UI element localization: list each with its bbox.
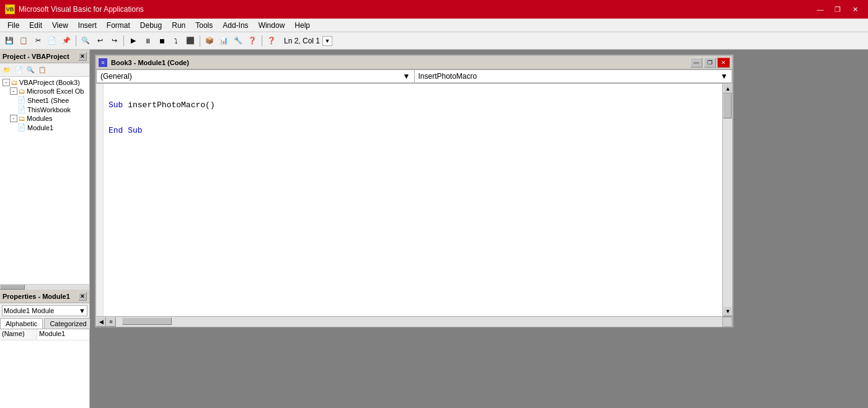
status-dropdown[interactable]: ▼: [322, 36, 332, 46]
code-title-bar: ≡ Book3 - Module1 (Code) — ❐ ✕: [96, 56, 732, 69]
code-hscroll[interactable]: [116, 317, 722, 327]
tree-label-module1: Module1: [27, 124, 53, 131]
hs-thumb[interactable]: [122, 317, 172, 325]
right-area: ≡ Book3 - Module1 (Code) — ❐ ✕ (General)…: [90, 50, 868, 408]
tb-btn11[interactable]: ⬛: [184, 34, 197, 48]
tree-label-sheet1: Sheet1 (Shee: [27, 97, 69, 104]
project-scrollbar: [0, 284, 89, 289]
title-bar: VB Microsoft Visual Basic for Applicatio…: [0, 0, 868, 19]
props-dropdown[interactable]: Module1 Module ▼: [2, 305, 87, 316]
tb-stop-btn[interactable]: ⏹: [155, 34, 169, 48]
keyword-end: End Sub: [108, 126, 143, 135]
sv-thumb[interactable]: [723, 94, 732, 118]
props-tabs: Alphabetic Categorized: [0, 318, 89, 329]
project-tb-btn2[interactable]: 📄: [13, 64, 24, 76]
tb-find-btn[interactable]: 🔍: [79, 34, 92, 48]
left-panel: Project - VBAProject ✕ 📁 📄 🔍 📋 - 🗂 VBAPr…: [0, 50, 90, 408]
menu-addins[interactable]: Add-Ins: [218, 20, 253, 31]
cf-left-btn[interactable]: ◀: [96, 317, 106, 327]
code-window-icon: ≡: [99, 58, 107, 67]
menu-insert[interactable]: Insert: [73, 20, 102, 31]
sv-down-btn[interactable]: ▼: [723, 306, 732, 316]
code-title-left: ≡ Book3 - Module1 (Code): [99, 58, 189, 67]
tb-btn12[interactable]: 📦: [203, 34, 216, 48]
tb-btn15[interactable]: ❓: [246, 34, 259, 48]
scrollbar-thumb[interactable]: [0, 285, 25, 290]
tree-item-module1[interactable]: 📄 Module1: [0, 123, 89, 132]
menu-run[interactable]: Run: [167, 20, 190, 31]
menu-file[interactable]: File: [2, 20, 24, 31]
code-window-title: Book3 - Module1 (Code): [111, 59, 189, 66]
tree-item-thisworkbook[interactable]: 📄 ThisWorkbook: [0, 105, 89, 114]
tb-sep3: [200, 35, 200, 47]
tb-help-btn[interactable]: ❓: [265, 34, 278, 48]
tb-sep1: [76, 35, 76, 47]
restore-button[interactable]: ❐: [830, 3, 846, 16]
project-tb-btn1[interactable]: 📁: [1, 64, 12, 76]
code-selectors: (General) ▼ InsertPhotoMacro ▼: [96, 69, 732, 84]
tb-sep4: [262, 35, 262, 47]
tree-item-modules[interactable]: - 🗂 Modules: [0, 114, 89, 123]
tb-copy-btn[interactable]: 📄: [45, 34, 59, 48]
tb-cut-btn[interactable]: ✂: [31, 34, 45, 48]
tree-expand-modules[interactable]: -: [10, 115, 17, 122]
code-restore-btn[interactable]: ❐: [704, 58, 716, 68]
tb-sep2: [123, 35, 124, 47]
menu-debug[interactable]: Debug: [135, 20, 167, 31]
code-corner: [722, 317, 732, 327]
tree-item-excel-objects[interactable]: - 🗂 Microsoft Excel Ob: [0, 87, 89, 95]
tree-expand-excel[interactable]: -: [10, 87, 17, 95]
keyword-sub: Sub: [108, 100, 123, 110]
tb-paste-btn[interactable]: 📌: [60, 34, 73, 48]
menu-view[interactable]: View: [47, 20, 73, 31]
code-footer: ◀ ≡: [96, 316, 732, 326]
properties-close[interactable]: ✕: [78, 292, 87, 301]
tb-btn10[interactable]: ⤵: [169, 34, 183, 48]
tb-pause-btn[interactable]: ⏸: [141, 34, 154, 48]
properties-header: Properties - Module1 ✕: [0, 290, 89, 303]
selector-left-arrow: ▼: [403, 72, 410, 81]
project-tree: - 🗂 VBAProject (Book3) - 🗂 Microsoft Exc…: [0, 77, 89, 284]
code-selector-right[interactable]: InsertPhotoMacro ▼: [414, 69, 733, 83]
code-selector-left[interactable]: (General) ▼: [96, 69, 414, 83]
close-button[interactable]: ✕: [847, 3, 863, 16]
tree-item-vbaproject[interactable]: - 🗂 VBAProject (Book3): [0, 78, 89, 87]
tb-btn13[interactable]: 📊: [217, 34, 231, 48]
tb-save-btn[interactable]: 💾: [2, 34, 16, 48]
cf-proc-btn[interactable]: ≡: [106, 317, 116, 327]
props-dropdown-arrow: ▼: [79, 307, 86, 314]
tree-item-sheet1[interactable]: 📄 Sheet1 (Shee: [0, 95, 89, 105]
tab-alphabetic[interactable]: Alphabetic: [0, 318, 43, 329]
code-editor[interactable]: Sub insertPhotoMacro() End Sub: [104, 84, 722, 316]
tb-btn2[interactable]: 📋: [17, 34, 30, 48]
tb-btn6[interactable]: ↩: [93, 34, 107, 48]
menu-window[interactable]: Window: [254, 20, 290, 31]
app-icon: VB: [5, 4, 15, 14]
props-row-name: (Name) Module1: [0, 329, 89, 340]
sv-up-btn[interactable]: ▲: [723, 84, 732, 94]
tb-btn7[interactable]: ↪: [107, 34, 121, 48]
minimize-button[interactable]: —: [812, 3, 828, 16]
code-proc-name: insertPhotoMacro(): [128, 100, 215, 110]
props-col2-name[interactable]: Module1: [37, 329, 89, 340]
tb-btn14[interactable]: 🔧: [231, 34, 245, 48]
code-gutter: [96, 84, 104, 316]
menu-tools[interactable]: Tools: [190, 20, 218, 31]
sv-track[interactable]: [723, 94, 732, 306]
tb-run-btn[interactable]: ▶: [126, 34, 140, 48]
menu-edit[interactable]: Edit: [24, 20, 47, 31]
scrollbar-track[interactable]: [0, 285, 89, 290]
code-line-2: Sub insertPhotoMacro(): [108, 99, 717, 112]
code-close-btn[interactable]: ✕: [717, 58, 730, 68]
status-box: Ln 2, Col 1 ▼: [284, 36, 332, 46]
code-minimize-btn[interactable]: —: [690, 58, 702, 68]
code-line-1: [108, 86, 717, 99]
menu-format[interactable]: Format: [102, 20, 135, 31]
project-tb-btn3[interactable]: 🔍: [25, 64, 36, 76]
menu-help[interactable]: Help: [290, 20, 315, 31]
project-panel-close[interactable]: ✕: [78, 52, 87, 61]
tab-categorized[interactable]: Categorized: [44, 318, 92, 329]
code-window: ≡ Book3 - Module1 (Code) — ❐ ✕ (General)…: [95, 55, 733, 327]
project-tb-btn4[interactable]: 📋: [37, 64, 48, 76]
tree-expand-vbaproject[interactable]: -: [2, 79, 10, 86]
